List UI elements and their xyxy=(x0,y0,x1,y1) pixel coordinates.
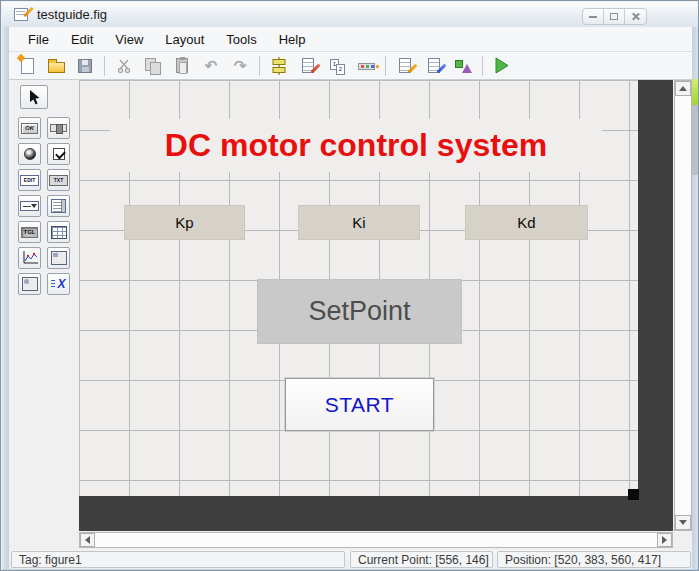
palette-table[interactable] xyxy=(47,221,70,243)
status-tag: Tag: figure1 xyxy=(11,551,345,568)
palette-edit-text[interactable]: EDIT xyxy=(18,169,41,191)
toolbar-editor-button[interactable] xyxy=(355,55,377,77)
scroll-up-button[interactable] xyxy=(675,81,691,96)
left-arrow-icon xyxy=(85,536,90,544)
new-figure-button[interactable] xyxy=(16,55,38,77)
palette-pop-up-menu[interactable] xyxy=(18,195,41,217)
new-figure-icon xyxy=(21,58,34,74)
menu-layout[interactable]: Layout xyxy=(154,28,215,51)
check-box-icon xyxy=(53,148,65,160)
property-inspector-icon xyxy=(428,58,440,73)
table-icon xyxy=(51,226,67,239)
close-button[interactable] xyxy=(625,9,646,24)
redo-button[interactable]: ↷ xyxy=(229,55,251,77)
cut-button[interactable] xyxy=(113,55,135,77)
window-border-left xyxy=(2,27,9,570)
editor-icon xyxy=(399,58,411,73)
toolbar-separator xyxy=(482,56,483,76)
align-objects-button[interactable] xyxy=(268,55,290,77)
palette-radio-button[interactable] xyxy=(18,143,41,165)
horizontal-scrollbar[interactable] xyxy=(79,532,673,548)
figure-title-text[interactable]: DC motor control system xyxy=(110,119,602,172)
menu-file[interactable]: File xyxy=(17,28,60,51)
panel-icon xyxy=(51,251,67,265)
palette-toggle-button[interactable]: TGL xyxy=(18,221,41,243)
minimize-icon xyxy=(589,16,597,18)
palette-check-box[interactable] xyxy=(47,143,70,165)
redo-icon: ↷ xyxy=(234,58,247,73)
figure-resize-handle[interactable] xyxy=(628,489,639,500)
paste-button[interactable] xyxy=(171,55,193,77)
status-position: Position: [520, 383, 560, 417] xyxy=(497,551,691,568)
kp-field[interactable]: Kp xyxy=(124,205,245,240)
maximize-button[interactable] xyxy=(604,9,625,24)
copy-button[interactable] xyxy=(142,55,164,77)
minimize-button[interactable] xyxy=(583,9,604,24)
pencil-icon xyxy=(375,64,379,68)
listbox-icon xyxy=(51,199,66,213)
border-accent xyxy=(692,79,699,105)
close-icon xyxy=(631,12,640,21)
palette-activex-control[interactable]: X xyxy=(47,273,70,295)
ki-field[interactable]: Ki xyxy=(298,205,420,240)
figure-canvas[interactable]: DC motor control system Kp Ki Kd SetPoin… xyxy=(79,80,638,496)
toggle-button-icon: TGL xyxy=(21,227,38,238)
palette-listbox[interactable] xyxy=(47,195,70,217)
palette-select[interactable] xyxy=(20,85,48,109)
open-figure-button[interactable] xyxy=(45,55,67,77)
menu-tools[interactable]: Tools xyxy=(215,28,267,51)
menu-edit[interactable]: Edit xyxy=(60,28,104,51)
vertical-scrollbar[interactable] xyxy=(674,80,692,531)
ok-glyph: OK xyxy=(25,125,34,131)
toolbar-separator xyxy=(104,56,105,76)
pop-up-menu-icon xyxy=(20,201,39,211)
palette-button-group[interactable] xyxy=(18,273,41,295)
copy-icon xyxy=(145,58,161,74)
swatch-blue xyxy=(371,65,374,68)
property-inspector-button[interactable] xyxy=(423,55,445,77)
save-floppy-icon xyxy=(78,59,92,73)
tool-bar: ↶ ↷ 1 2 xyxy=(9,52,692,80)
scroll-right-button[interactable] xyxy=(657,533,672,547)
fig-file-icon xyxy=(14,8,28,21)
edit-text-icon: EDIT xyxy=(20,175,39,186)
kd-field[interactable]: Kd xyxy=(465,205,588,240)
scroll-down-button[interactable] xyxy=(675,515,691,530)
pencil-icon xyxy=(437,64,447,74)
scroll-left-button[interactable] xyxy=(80,533,95,547)
tab-order-editor-button[interactable]: 1 2 xyxy=(326,55,348,77)
menu-editor-icon xyxy=(302,58,314,73)
tab-order-editor-icon: 1 2 xyxy=(328,57,346,75)
palette-slider[interactable] xyxy=(47,117,70,139)
menu-bar: File Edit View Layout Tools Help xyxy=(9,27,692,52)
axes-icon xyxy=(21,250,39,266)
right-arrow-icon xyxy=(662,536,667,544)
menu-view[interactable]: View xyxy=(104,28,154,51)
palette-push-button[interactable]: OK xyxy=(18,117,41,139)
palette-axes[interactable] xyxy=(18,247,41,269)
activex-icon: X xyxy=(51,278,65,290)
menu-editor-button[interactable] xyxy=(297,55,319,77)
undo-button[interactable]: ↶ xyxy=(200,55,222,77)
run-button[interactable] xyxy=(491,55,513,77)
status-current-point: Current Point: [556, 146] xyxy=(350,551,493,568)
radio-button-icon xyxy=(24,148,36,160)
start-button[interactable]: START xyxy=(285,378,434,431)
toolbar-separator xyxy=(259,56,260,76)
tab-order-page-2: 2 xyxy=(336,64,345,75)
toolbar-editor-icon xyxy=(358,63,375,70)
title-bar: testguide.fig xyxy=(2,2,699,27)
guide-window: testguide.fig File Edit View Layout Tool… xyxy=(0,0,699,571)
object-browser-button[interactable] xyxy=(452,55,474,77)
window-title: testguide.fig xyxy=(37,7,107,22)
cut-scissors-icon xyxy=(117,58,132,74)
menu-help[interactable]: Help xyxy=(268,28,317,51)
cursor-arrow-icon xyxy=(26,89,42,106)
palette-panel[interactable] xyxy=(47,247,70,269)
palette-static-text[interactable]: TXT xyxy=(47,169,70,191)
cone-icon xyxy=(462,64,472,73)
setpoint-control[interactable]: SetPoint xyxy=(257,279,462,344)
down-arrow-icon xyxy=(679,520,687,525)
editor-button[interactable] xyxy=(394,55,416,77)
save-figure-button[interactable] xyxy=(74,55,96,77)
